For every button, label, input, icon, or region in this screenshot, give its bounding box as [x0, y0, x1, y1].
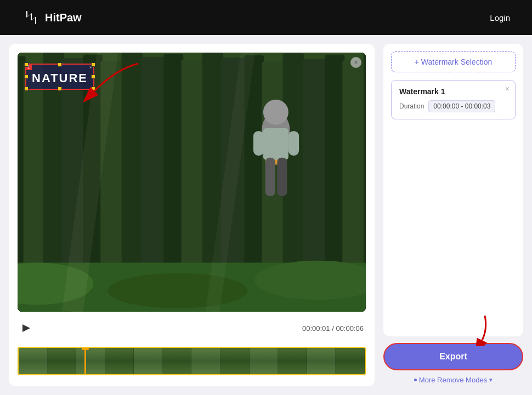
svg-rect-35: [277, 158, 287, 196]
watermark-selection-box[interactable]: 1 × NATURE: [25, 64, 94, 90]
svg-rect-31: [263, 128, 288, 160]
timeline-frame: [307, 348, 336, 374]
app-header: HitPaw Login: [0, 0, 532, 35]
watermark-text-display: NATURE: [32, 71, 88, 85]
resize-handle-tr[interactable]: [91, 62, 95, 67]
watermark-duration-row: Duration 00:00:00 - 00:00:03: [399, 100, 507, 112]
timeline-frame: [48, 348, 77, 374]
play-button[interactable]: [20, 322, 33, 335]
video-frame: [18, 53, 366, 312]
timeline-frame: [220, 348, 250, 374]
more-modes-button[interactable]: More Remove Modes ▾: [383, 374, 523, 386]
timeline-frame: [191, 348, 220, 374]
bottom-actions: Export More Remove Modes ▾: [383, 343, 523, 386]
play-icon: [22, 324, 30, 332]
watermark-panel: + Watermark Selection × Watermark 1 Dura…: [383, 44, 523, 336]
timeline-frame: [336, 348, 365, 374]
timeline-frame: [278, 348, 307, 374]
duration-value: 00:00:00 - 00:00:03: [428, 100, 495, 112]
resize-handle-tl[interactable]: [24, 62, 29, 67]
forest-scene: [18, 53, 366, 312]
logo: HitPaw: [22, 9, 82, 26]
right-panel: + Watermark Selection × Watermark 1 Dura…: [383, 44, 523, 386]
timeline-frame: [163, 348, 192, 374]
duration-label: Duration: [399, 102, 424, 110]
svg-point-28: [263, 100, 288, 125]
timeline-playhead[interactable]: [84, 348, 86, 374]
logo-text: HitPaw: [45, 12, 82, 24]
add-watermark-button[interactable]: + Watermark Selection: [391, 51, 516, 72]
time-display: 00:00:01 / 00:00:06: [302, 324, 364, 333]
resize-handle-br[interactable]: [91, 87, 95, 91]
video-controls: 00:00:01 / 00:00:06: [18, 318, 366, 338]
svg-rect-34: [265, 158, 275, 196]
timeline-frame: [76, 348, 105, 374]
logo-icon: [22, 9, 39, 26]
timeline-frame: [134, 348, 163, 374]
resize-handle-tm[interactable]: [58, 62, 62, 67]
video-close-button[interactable]: ×: [350, 57, 361, 68]
watermark-item-card: × Watermark 1 Duration 00:00:00 - 00:00:…: [391, 80, 516, 119]
more-modes-dot: [414, 379, 417, 381]
resize-handle-mr[interactable]: [91, 75, 95, 79]
resize-handle-ml[interactable]: [24, 75, 29, 79]
timeline-track[interactable]: [18, 347, 366, 375]
svg-point-25: [107, 273, 248, 308]
login-button[interactable]: Login: [490, 13, 510, 22]
svg-rect-32: [253, 131, 264, 156]
svg-rect-33: [288, 131, 299, 156]
timeline-area: [18, 345, 366, 377]
main-content: 1 × NATURE × 00:00:01 / 00:00:06: [0, 35, 532, 395]
resize-handle-bl[interactable]: [24, 87, 29, 91]
watermark-item-title: Watermark 1: [399, 87, 507, 96]
timeline-frame: [250, 348, 279, 374]
timeline-frame: [105, 348, 134, 374]
chevron-down-icon: ▾: [489, 376, 493, 383]
left-panel: 1 × NATURE × 00:00:01 / 00:00:06: [9, 44, 375, 386]
watermark-item-close-icon[interactable]: ×: [505, 85, 510, 93]
export-button[interactable]: Export: [383, 343, 523, 370]
timeline-frame: [19, 348, 48, 374]
resize-handle-bm[interactable]: [58, 87, 62, 91]
more-modes-label: More Remove Modes: [419, 376, 487, 384]
video-player: 1 × NATURE ×: [18, 53, 366, 312]
